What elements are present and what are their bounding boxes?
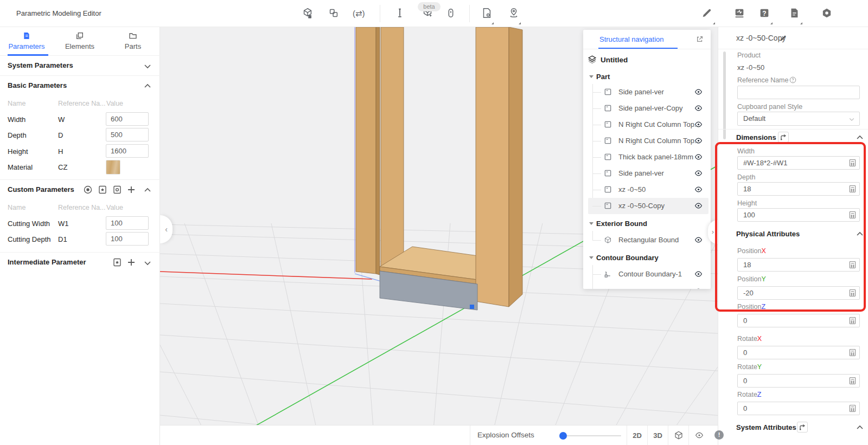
param-value-input[interactable]	[106, 216, 149, 230]
activity-monitor-icon[interactable]	[733, 7, 746, 20]
calculator-icon[interactable]	[849, 349, 856, 357]
link-system-icon[interactable]	[797, 422, 808, 433]
chevron-up-icon[interactable]	[856, 230, 864, 238]
nav-root-label[interactable]: Untitled	[601, 56, 628, 64]
nav-group-part[interactable]: Part	[583, 70, 711, 84]
bounding-box-toggle[interactable]	[668, 425, 688, 445]
visibility-eye-icon[interactable]	[694, 120, 703, 128]
expand-panel-icon[interactable]	[696, 35, 704, 43]
add-parameter-icon[interactable]	[126, 257, 136, 267]
nav-item[interactable]: Thick back panel-18mm	[583, 149, 711, 165]
width-input[interactable]	[737, 156, 860, 170]
visibility-toggle[interactable]	[688, 425, 709, 445]
chevron-up-icon[interactable]	[143, 82, 152, 91]
basic-parameters-header[interactable]: Basic Parameters	[8, 81, 67, 89]
notification-warning-icon[interactable]: !	[714, 430, 724, 440]
param-value-input[interactable]	[106, 232, 149, 246]
position-x-input[interactable]	[737, 258, 860, 272]
visibility-eye-icon[interactable]	[694, 185, 703, 194]
visibility-eye-icon[interactable]	[694, 104, 703, 112]
param-value-input[interactable]	[106, 144, 149, 158]
nav-item-clipped[interactable]: Contour Boundary-2	[583, 283, 711, 289]
link-dimensions-icon[interactable]	[778, 132, 789, 143]
add-parameter-icon[interactable]	[126, 185, 136, 195]
clip-tool-icon[interactable]	[445, 7, 458, 20]
tab-elements[interactable]: Elements	[55, 31, 104, 50]
reference-name-input[interactable]	[737, 86, 860, 99]
explosion-slider-handle[interactable]	[559, 432, 567, 440]
dimensions-header[interactable]: Dimensions	[736, 133, 776, 141]
nav-item[interactable]: Contour Boundary-1	[583, 266, 711, 282]
custom-parameters-header[interactable]: Custom Parameters	[8, 185, 74, 194]
visibility-eye-icon[interactable]	[694, 169, 703, 177]
chevron-up-icon[interactable]	[143, 186, 152, 195]
calculator-icon[interactable]	[849, 159, 856, 167]
calculator-icon[interactable]	[849, 211, 856, 219]
calculator-icon[interactable]	[849, 289, 856, 297]
nav-item[interactable]: xz -0~50	[583, 182, 711, 198]
nav-item[interactable]: Side panel-ver	[583, 84, 711, 100]
rename-pencil-icon[interactable]	[779, 34, 787, 42]
anchor-point-icon[interactable]	[508, 7, 521, 20]
chevron-down-icon[interactable]	[143, 259, 152, 267]
model-library-icon[interactable]	[302, 7, 315, 20]
view-2d-button[interactable]: 2D	[627, 425, 647, 445]
visibility-eye-icon[interactable]	[694, 88, 703, 96]
chevron-down-icon[interactable]	[143, 62, 152, 70]
visibility-eye-icon[interactable]	[694, 153, 703, 161]
manage-params-icon[interactable]	[83, 185, 93, 195]
settings-nut-icon[interactable]	[821, 7, 834, 20]
export-params-icon[interactable]	[112, 185, 122, 195]
nav-item[interactable]: Side panel-ver-Copy	[583, 100, 711, 117]
pillar-tool-icon[interactable]	[394, 7, 407, 20]
nav-item[interactable]: N Right Cut Column Top...	[583, 117, 711, 133]
document-icon[interactable]	[788, 7, 801, 20]
pattern-knot-icon[interactable]	[328, 7, 341, 20]
calculator-icon[interactable]	[849, 404, 856, 412]
position-y-input[interactable]	[737, 286, 860, 300]
physical-attributes-header[interactable]: Physical Attributes	[736, 230, 800, 238]
material-swatch[interactable]	[106, 160, 120, 175]
rotate-x-input[interactable]	[737, 346, 860, 359]
help-circle-icon[interactable]	[789, 76, 796, 83]
intermediate-parameter-header[interactable]: Intermediate Parameter	[8, 258, 86, 266]
chevron-up-icon[interactable]	[856, 423, 864, 432]
swap-parameters-icon[interactable]: (⇄)	[353, 7, 366, 20]
import-favorite-icon[interactable]	[112, 257, 122, 267]
nav-group-exterior-bound[interactable]: Exterior Bound	[583, 217, 711, 231]
document-settings-icon[interactable]	[481, 7, 494, 20]
height-input[interactable]	[737, 208, 860, 222]
system-attributes-header[interactable]: System Attributes	[736, 423, 796, 431]
rotate-z-input[interactable]	[737, 402, 860, 415]
visibility-eye-icon[interactable]	[694, 202, 703, 210]
calculator-icon[interactable]	[849, 185, 856, 193]
position-z-input[interactable]	[737, 314, 860, 327]
help-icon[interactable]: ?	[758, 7, 771, 20]
chevron-up-icon[interactable]	[856, 133, 864, 142]
explosion-slider-track[interactable]	[560, 435, 621, 436]
calculator-icon[interactable]	[849, 377, 856, 385]
rotate-y-input[interactable]	[737, 374, 860, 388]
calculator-icon[interactable]	[849, 317, 856, 325]
visibility-eye-icon[interactable]	[694, 137, 703, 145]
nav-group-contour-boundary[interactable]: Contour Boundary	[583, 251, 711, 265]
view-3d-button[interactable]: 3D	[647, 425, 668, 445]
param-value-input[interactable]	[106, 112, 149, 126]
panel-scrollbar[interactable]	[723, 51, 726, 139]
calculator-icon[interactable]	[849, 261, 856, 269]
visibility-eye-icon[interactable]	[694, 236, 703, 244]
edit-pencil-icon[interactable]	[701, 7, 714, 20]
tab-parameters[interactable]: Parameters	[2, 31, 51, 50]
nav-item[interactable]: N Right Cut Column Top...	[583, 133, 711, 149]
depth-input[interactable]	[737, 182, 860, 196]
param-value-input[interactable]	[106, 128, 149, 141]
import-favorite-icon[interactable]	[98, 185, 107, 195]
nav-item[interactable]: Side panel-ver	[583, 165, 711, 182]
nav-tab-structural[interactable]: Structural navigation	[599, 35, 664, 43]
tab-parts[interactable]: Parts	[108, 31, 157, 50]
system-parameters-header[interactable]: System Parameters	[8, 61, 73, 69]
visibility-eye-icon[interactable]	[694, 270, 703, 278]
nav-item[interactable]: Rectangular Bound	[583, 232, 711, 248]
visibility-eye-icon[interactable]	[694, 287, 703, 289]
nav-item-selected[interactable]: xz -0~50-Copy	[583, 198, 711, 214]
